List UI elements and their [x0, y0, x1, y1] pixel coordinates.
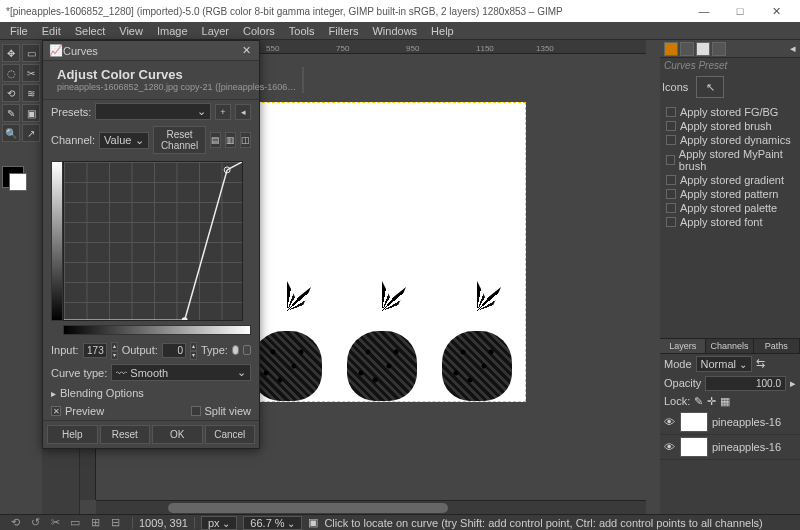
layer-row[interactable]: 👁 pineapples-16 — [660, 410, 800, 435]
scrollbar-horizontal[interactable] — [96, 500, 646, 514]
window-minimize[interactable]: — — [686, 0, 722, 22]
sb-icon[interactable]: ✂ — [48, 516, 62, 530]
layer-thumb — [680, 412, 708, 432]
menu-select[interactable]: Select — [69, 24, 112, 38]
move-tool-icon[interactable]: ✥ — [2, 44, 20, 62]
histogram-toggle-icon[interactable]: ◫ — [240, 132, 251, 148]
mode-select[interactable]: Normal ⌄ — [696, 356, 752, 372]
dock-tab-icons: ◂ — [660, 40, 800, 58]
dialog-subheading: pineapples-1606852_1280.jpg copy-21 ([pi… — [57, 82, 296, 92]
blending-expander[interactable]: ▸ Blending Options — [43, 384, 259, 402]
menu-file[interactable]: File — [4, 24, 34, 38]
input-value[interactable]: 173 — [83, 343, 107, 358]
opacity-spin-icon[interactable]: ▸ — [790, 377, 796, 390]
type-smooth-radio[interactable] — [232, 345, 240, 355]
transform-tool-icon[interactable]: ⟲ — [2, 84, 20, 102]
free-select-tool-icon[interactable]: ◌ — [2, 64, 20, 82]
measure-tool-icon[interactable]: ↗ — [22, 124, 40, 142]
output-value[interactable]: 0 — [162, 343, 186, 358]
ok-button[interactable]: OK — [152, 425, 203, 444]
preview-checkbox[interactable]: ✕Preview — [51, 405, 104, 417]
sb-icon[interactable]: ↺ — [28, 516, 42, 530]
tab-paths[interactable]: Paths — [754, 339, 800, 353]
menu-windows[interactable]: Windows — [366, 24, 423, 38]
cursor-preview-icon[interactable]: ↖ — [696, 76, 724, 98]
sb-icon[interactable]: ⊟ — [108, 516, 122, 530]
window-close[interactable]: ✕ — [758, 0, 794, 22]
opacity-value[interactable]: 100.0 — [705, 376, 786, 391]
crop-tool-icon[interactable]: ✂ — [22, 64, 40, 82]
layer-row[interactable]: 👁 pineapples-16 — [660, 435, 800, 460]
apply-dynamics[interactable]: Apply stored dynamics — [664, 133, 796, 147]
zoom-tool-icon[interactable]: 🔍 — [2, 124, 20, 142]
status-icon[interactable]: ▣ — [308, 516, 318, 529]
dialog-close-icon[interactable]: ✕ — [239, 44, 253, 57]
paint-tool-icon[interactable]: ✎ — [2, 104, 20, 122]
help-button[interactable]: Help — [47, 425, 98, 444]
right-dock: ◂ Curves Preset Icons ↖ Apply stored FG/… — [660, 40, 800, 514]
histogram-linear-icon[interactable]: ▤ — [210, 132, 221, 148]
menu-tools[interactable]: Tools — [283, 24, 321, 38]
apply-stored-list: Apply stored FG/BG Apply stored brush Ap… — [660, 101, 800, 233]
reset-channel-button[interactable]: Reset Channel — [153, 126, 206, 154]
menu-image[interactable]: Image — [151, 24, 194, 38]
lock-pixels-icon[interactable]: ✎ — [694, 395, 703, 408]
dock-menu-icon[interactable]: ◂ — [790, 42, 796, 55]
tab-channels[interactable]: Channels — [706, 339, 753, 353]
zoom-select[interactable]: 66.7 % ⌄ — [243, 516, 302, 530]
layer-name[interactable]: pineapples-16 — [712, 441, 781, 453]
preset-add-icon[interactable]: + — [215, 104, 231, 120]
channel-select[interactable]: Value⌄ — [99, 132, 149, 149]
dock-tab-icon[interactable] — [696, 42, 710, 56]
cancel-button[interactable]: Cancel — [205, 425, 256, 444]
sb-icon[interactable]: ⊞ — [88, 516, 102, 530]
apply-font[interactable]: Apply stored font — [664, 215, 796, 229]
curve-grid[interactable] — [63, 161, 243, 321]
apply-fgbg[interactable]: Apply stored FG/BG — [664, 105, 796, 119]
input-spinner[interactable]: ▴▾ — [111, 342, 118, 358]
reset-button[interactable]: Reset — [100, 425, 151, 444]
dock-tab-icon[interactable] — [680, 42, 694, 56]
menu-filters[interactable]: Filters — [323, 24, 365, 38]
fg-bg-swatch[interactable] — [2, 166, 24, 188]
preset-menu-icon[interactable]: ◂ — [235, 104, 251, 120]
layers-list: 👁 pineapples-16 👁 pineapples-16 — [660, 410, 800, 515]
apply-palette[interactable]: Apply stored palette — [664, 201, 796, 215]
warp-tool-icon[interactable]: ≋ — [22, 84, 40, 102]
sb-icon[interactable]: ⟲ — [8, 516, 22, 530]
curve-line — [64, 162, 242, 320]
apply-pattern[interactable]: Apply stored pattern — [664, 187, 796, 201]
lock-alpha-icon[interactable]: ▦ — [720, 395, 730, 408]
menu-edit[interactable]: Edit — [36, 24, 67, 38]
split-view-checkbox[interactable]: .Split view — [191, 405, 251, 417]
icons-label: Icons — [662, 81, 688, 93]
mode-switch-icon[interactable]: ⇆ — [756, 357, 765, 370]
output-spinner[interactable]: ▴▾ — [190, 342, 197, 358]
menu-colors[interactable]: Colors — [237, 24, 281, 38]
fill-tool-icon[interactable]: ▣ — [22, 104, 40, 122]
menu-help[interactable]: Help — [425, 24, 460, 38]
apply-mypaint[interactable]: Apply stored MyPaint brush — [664, 147, 796, 173]
rect-select-tool-icon[interactable]: ▭ — [22, 44, 40, 62]
menu-layer[interactable]: Layer — [196, 24, 236, 38]
lock-position-icon[interactable]: ✛ — [707, 395, 716, 408]
output-label: Output: — [122, 344, 158, 356]
tab-layers[interactable]: Layers — [660, 339, 706, 353]
preset-label: Curves Preset — [660, 58, 800, 73]
type-corner-radio[interactable] — [243, 345, 251, 355]
apply-gradient[interactable]: Apply stored gradient — [664, 173, 796, 187]
dock-tab-icon[interactable] — [664, 42, 678, 56]
dock-tab-icon[interactable] — [712, 42, 726, 56]
visibility-icon[interactable]: 👁 — [664, 416, 676, 428]
lock-label: Lock: — [664, 395, 690, 407]
layer-name[interactable]: pineapples-16 — [712, 416, 781, 428]
window-maximize[interactable]: □ — [722, 0, 758, 22]
curve-type-select[interactable]: 〰 Smooth⌄ — [111, 364, 251, 381]
sb-icon[interactable]: ▭ — [68, 516, 82, 530]
menu-view[interactable]: View — [113, 24, 149, 38]
visibility-icon[interactable]: 👁 — [664, 441, 676, 453]
apply-brush[interactable]: Apply stored brush — [664, 119, 796, 133]
presets-select[interactable]: ⌄ — [95, 103, 211, 120]
histogram-log-icon[interactable]: ▥ — [225, 132, 236, 148]
unit-select[interactable]: px ⌄ — [201, 516, 237, 530]
